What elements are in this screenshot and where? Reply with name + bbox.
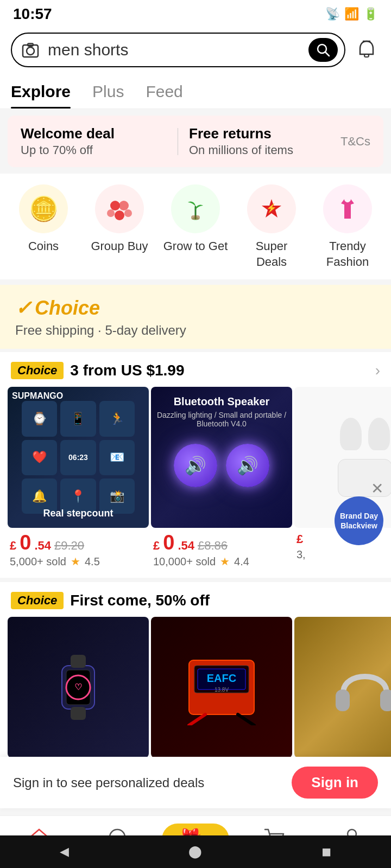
signin-text: Sign in to see personalized deals: [13, 775, 204, 790]
category-icons: 🪙 Coins Group Buy: [0, 174, 391, 279]
wifi-icon: 📶: [344, 7, 359, 21]
svg-text:13.8V: 13.8V: [215, 687, 229, 693]
svg-point-1: [27, 47, 34, 55]
first-come-title: First come, 50% off: [70, 592, 210, 609]
grow-to-get-icon: [171, 184, 220, 233]
rating: 4.5: [85, 556, 100, 568]
sold-count: 3,: [297, 548, 306, 561]
svg-rect-5: [364, 54, 369, 57]
category-group-buy[interactable]: Group Buy: [87, 184, 152, 254]
category-super-deals[interactable]: ⚡ Super Deals: [239, 184, 304, 270]
brand-day-badge: Brand Day Blackview: [335, 496, 383, 545]
product-meta-bt-speaker: 10,000+ sold ★ 4.4: [153, 555, 290, 568]
category-trendy-fashion[interactable]: Trendy Fashion: [315, 184, 380, 270]
tandc-link[interactable]: T&Cs: [340, 135, 370, 149]
choice-brand: ✓ Choice: [15, 297, 376, 320]
product-image-smartband: ♡: [8, 617, 149, 758]
category-grow-to-get[interactable]: Grow to Get: [163, 184, 228, 254]
signin-banner: Sign in to see personalized deals Sign i…: [0, 757, 391, 808]
android-nav-bar: ◀ ⬤ ◼: [0, 835, 391, 868]
search-input[interactable]: [48, 41, 303, 59]
speaker-circle-2: 🔊: [226, 444, 269, 487]
svg-rect-20: [71, 707, 86, 720]
brand-day-close[interactable]: ✕: [371, 480, 383, 497]
android-home-button[interactable]: ⬤: [188, 845, 202, 859]
product-scroll-choice: SUPMANGO ⌚ 📱 🏃 ❤️ 06:23 📧 🔔 📍 📸 Real ste…: [0, 387, 391, 578]
camera-search-button[interactable]: [18, 38, 42, 62]
svg-text:⚡: ⚡: [266, 203, 277, 213]
svg-text:♡: ♡: [74, 682, 82, 692]
trendy-fashion-icon: [323, 184, 372, 233]
welcome-deal-title: Welcome deal: [21, 125, 167, 142]
first-come-badge: Choice: [11, 592, 64, 609]
svg-rect-27: [380, 690, 391, 711]
product-meta-smartwatch: 5,000+ sold ★ 4.5: [10, 555, 147, 568]
tab-plus[interactable]: Plus: [92, 73, 124, 108]
android-back-button[interactable]: ◀: [60, 845, 69, 859]
free-returns-section: Free returns On millions of items: [189, 125, 335, 157]
star-icon: ★: [220, 555, 230, 568]
category-coins-label: Coins: [28, 239, 59, 254]
search-bar: [0, 27, 391, 73]
android-recent-button[interactable]: ◼: [321, 845, 331, 859]
section-title-choice: Choice 3 from US $1.99: [11, 362, 184, 379]
tab-explore[interactable]: Explore: [11, 73, 71, 108]
welcome-divider: [178, 128, 178, 155]
choice-shipping: Free shipping · 5-day delivery: [15, 323, 376, 338]
search-button[interactable]: [308, 38, 338, 62]
cast-icon: 📡: [325, 7, 340, 21]
real-stepcount-label: Real stepcount: [8, 508, 149, 519]
bt-speaker-title: Bluetooth Speaker: [151, 395, 292, 408]
product-meta-earbuds: 3,: [297, 548, 391, 561]
free-returns-title: Free returns: [189, 125, 335, 142]
svg-point-10: [115, 210, 124, 220]
product-image-headphones: [294, 617, 391, 758]
choice-badge: Choice: [11, 362, 64, 379]
category-trendy-fashion-label: Trendy Fashion: [315, 239, 380, 270]
choice-banner: ✓ Choice Free shipping · 5-day delivery: [0, 285, 391, 349]
tabs-container: Explore Plus Feed: [0, 73, 391, 109]
search-input-wrapper[interactable]: [11, 33, 345, 67]
choice-label: Choice: [35, 297, 100, 320]
category-grow-to-get-label: Grow to Get: [163, 239, 228, 254]
tab-feed[interactable]: Feed: [146, 73, 182, 108]
status-bar: 10:57 📡 📶 🔋: [0, 0, 391, 27]
welcome-banner: Welcome deal Up to 70% off Free returns …: [8, 116, 383, 167]
watch-grid: ⌚ 📱 🏃 ❤️ 06:23 📧 🔔 📍 📸: [22, 401, 135, 514]
brand-day-line2: Blackview: [340, 521, 377, 531]
choice-products-section: Choice 3 from US $1.99 › SUPMANGO ⌚ 📱 🏃 …: [0, 352, 391, 578]
choice-checkmark: ✓: [15, 297, 31, 320]
svg-rect-19: [71, 655, 86, 668]
svg-point-9: [107, 209, 115, 217]
star-icon: ★: [71, 555, 80, 568]
product-info-bt-speaker: £ 0 .54 £8.86 10,000+ sold ★ 4.4: [151, 528, 292, 576]
coins-icon: 🪙: [19, 184, 68, 233]
notification-button[interactable]: [353, 36, 380, 63]
section-more-arrow[interactable]: ›: [375, 362, 380, 379]
free-returns-sub: On millions of items: [189, 143, 335, 157]
bt-speaker-visual: 🔊 🔊: [174, 444, 269, 487]
category-group-buy-label: Group Buy: [91, 239, 148, 254]
speaker-circle-1: 🔊: [174, 444, 217, 487]
rating: 4.4: [234, 556, 249, 568]
product-image-smartwatch: SUPMANGO ⌚ 📱 🏃 ❤️ 06:23 📧 🔔 📍 📸 Real ste…: [8, 387, 149, 528]
svg-line-4: [325, 52, 329, 56]
sold-count: 10,000+ sold: [153, 556, 216, 568]
first-come-header: Choice First come, 50% off: [0, 582, 391, 617]
sold-count: 5,000+ sold: [10, 556, 66, 568]
signin-button[interactable]: Sign in: [292, 767, 378, 799]
welcome-deal-sub: Up to 70% off: [21, 143, 167, 157]
product-card-bt-speaker[interactable]: Bluetooth Speaker Dazzling lighting / Sm…: [151, 387, 292, 576]
section-title-text: 3 from US $1.99: [70, 362, 184, 379]
group-buy-icon: [95, 184, 144, 233]
svg-point-11: [124, 209, 132, 217]
category-coins[interactable]: 🪙 Coins: [11, 184, 76, 254]
section-header-choice: Choice 3 from US $1.99 ›: [0, 352, 391, 387]
product-card-smartwatch[interactable]: SUPMANGO ⌚ 📱 🏃 ❤️ 06:23 📧 🔔 📍 📸 Real ste…: [8, 387, 149, 576]
product-price-smartwatch: £ 0 .54 £9.20: [10, 532, 147, 553]
bt-speaker-sub: Dazzling lighting / Small and portable /…: [151, 411, 292, 428]
super-deals-icon: ⚡: [247, 184, 296, 233]
product-price-bt-speaker: £ 0 .54 £8.86: [153, 532, 290, 553]
product-image-bt-speaker: Bluetooth Speaker Dazzling lighting / Sm…: [151, 387, 292, 528]
category-super-deals-label: Super Deals: [239, 239, 304, 270]
